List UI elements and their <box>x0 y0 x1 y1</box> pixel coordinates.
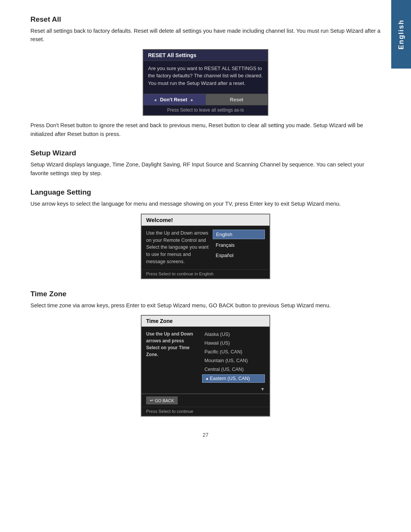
timezone-dialog-title: Time Zone <box>142 316 269 327</box>
tz-option-hawaii[interactable]: Hawaii (US) <box>202 339 265 347</box>
reset-dialog-message: Are you sure you want to RESET ALL SETTI… <box>143 61 268 91</box>
language-option-francais[interactable]: Français <box>213 241 265 249</box>
setup-wizard-heading: Setup Wizard <box>30 149 381 157</box>
reset-dialog: RESET All Settings Are you sure you want… <box>143 49 268 116</box>
reset-button[interactable]: Reset <box>206 94 268 105</box>
reset-dialog-wrapper: RESET All Settings Are you sure you want… <box>30 49 381 116</box>
welcome-dialog: Welcome! Use the Up and Down arrows on y… <box>141 214 270 279</box>
timezone-bottom-controls: ↩ GO BACK <box>142 394 269 407</box>
timezone-list: Alaska (US) Hawaii (US) Pacific (US, CAN… <box>202 331 265 383</box>
reset-dialog-hint: Press Select to leave all settings as-is <box>143 105 268 115</box>
tz-option-alaska[interactable]: Alaska (US) <box>202 331 265 338</box>
timezone-bottom-bar: ↩ GO BACK Press Select to continue <box>142 393 269 416</box>
welcome-language-list: English Français Español <box>213 230 265 265</box>
reset-all-heading: Reset All <box>30 15 381 24</box>
tz-option-eastern[interactable]: ◄Eastern (US, CAN) <box>202 374 265 383</box>
reset-all-body1: Reset all settings back to factory defau… <box>30 27 381 44</box>
timezone-dialog-content: Use the Up and Down arrows and press Sel… <box>142 327 269 387</box>
timezone-hint: Press Select to continue <box>142 407 269 416</box>
welcome-instruction: Use the Up and Down arrows on your Remot… <box>146 230 209 265</box>
welcome-dialog-hint: Press Select to continue in English <box>142 269 269 278</box>
time-zone-heading: Time Zone <box>30 290 381 298</box>
dont-reset-left-arrow: ◄ <box>153 98 157 102</box>
go-back-icon: ↩ <box>150 398 153 403</box>
setup-wizard-body: Setup Wizard displays language, Time Zon… <box>30 160 381 177</box>
tz-option-pacific[interactable]: Pacific (US, CAN) <box>202 348 265 356</box>
tz-option-central[interactable]: Central (US, CAN) <box>202 366 265 373</box>
timezone-instruction: Use the Up and Down arrows and press Sel… <box>146 331 198 383</box>
reset-dialog-buttons: ◄ Don't Reset ► Reset <box>143 94 268 105</box>
welcome-dialog-wrapper: Welcome! Use the Up and Down arrows on y… <box>30 214 381 279</box>
language-setting-body: Use arrow keys to select the language fo… <box>30 200 381 208</box>
page-number: 27 <box>30 432 381 438</box>
language-option-english[interactable]: English <box>213 230 265 239</box>
reset-dialog-title: RESET All Settings <box>143 50 268 61</box>
reset-all-body2: Press Don't Reset button to ignore the r… <box>30 121 381 138</box>
timezone-dialog-wrapper: Time Zone Use the Up and Down arrows and… <box>30 315 381 417</box>
language-setting-heading: Language Setting <box>30 188 381 197</box>
language-option-espanol[interactable]: Español <box>213 251 265 260</box>
dont-reset-right-arrow: ► <box>190 98 194 102</box>
welcome-dialog-content: Use the Up and Down arrows on your Remot… <box>142 226 269 269</box>
dont-reset-button[interactable]: ◄ Don't Reset ► <box>143 94 206 105</box>
go-back-button[interactable]: ↩ GO BACK <box>146 396 178 404</box>
welcome-dialog-title: Welcome! <box>142 214 269 226</box>
timezone-dialog: Time Zone Use the Up and Down arrows and… <box>141 315 270 417</box>
tz-option-mountain[interactable]: Mountain (US, CAN) <box>202 357 265 364</box>
timezone-down-arrow: ▼ <box>142 387 269 393</box>
tz-selected-arrow: ◄ <box>205 377 209 381</box>
time-zone-body: Select time zone via arrow keys, press E… <box>30 301 381 310</box>
